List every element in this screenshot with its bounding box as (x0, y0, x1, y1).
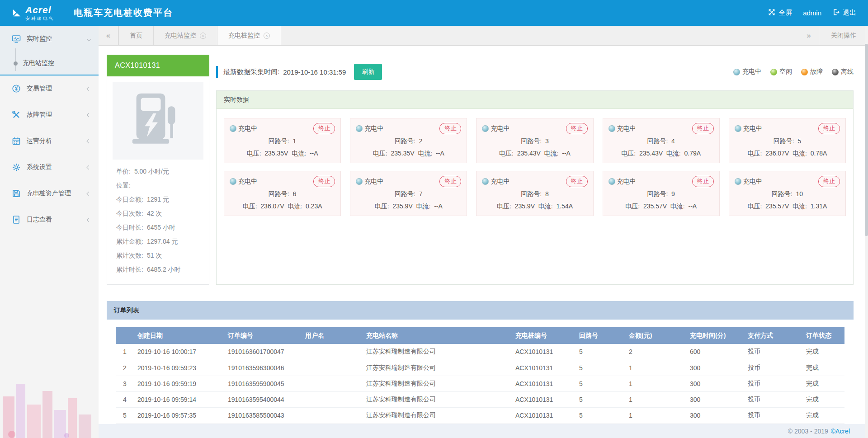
table-cell: 2 (625, 344, 686, 360)
table-cell: 江苏安科瑞制造有限公司 (363, 360, 512, 376)
terminate-button[interactable]: 终止 (818, 176, 840, 187)
table-cell: 1 (625, 391, 686, 407)
circuit-status: 充电中 (609, 125, 636, 133)
sidebar-item-label: 实时监控 (27, 35, 87, 43)
scrollbar-thumb[interactable] (865, 44, 868, 236)
table-row: 52019-10-16 09:57:351910163585500043江苏安科… (116, 407, 844, 423)
tabs-scroll-left-button[interactable]: « (99, 26, 118, 45)
orders-table-header-row: 创建日期订单编号用户名充电站名称充电桩编号回路号金额(元)充电时间(分)支付方式… (116, 327, 844, 344)
sidebar-item-label: 运营分析 (27, 137, 87, 145)
column-header: 金额(元) (625, 327, 686, 344)
table-cell: ACX1010131 (512, 344, 576, 360)
close-operations-button[interactable]: 关闭操作 (819, 26, 868, 45)
monitor-icon (12, 34, 21, 43)
table-cell: ACX1010131 (512, 376, 576, 391)
sidebar-item-label: 充电桩资产管理 (27, 189, 87, 198)
chevron-left-icon (87, 165, 91, 170)
close-tab-icon[interactable]: × (264, 33, 270, 39)
gear-icon (12, 163, 21, 172)
column-header: 支付方式 (744, 327, 802, 344)
copyright-text: © 2003 - 2019 (788, 428, 828, 435)
brand-name: Acrel (25, 5, 55, 15)
circuit-card: 充电中 终止 回路号: 1 电压: 235.35V 电流: --A (224, 118, 341, 163)
logout-button[interactable]: 退出 (832, 9, 856, 17)
table-cell (302, 407, 363, 423)
terminate-button[interactable]: 终止 (566, 176, 588, 187)
station-stat: 今日次数:42 次 (116, 210, 200, 218)
sidebar-item-fault-mgmt[interactable]: 故障管理 (0, 102, 99, 128)
charging-status-icon (609, 125, 615, 132)
charging-status-icon (609, 178, 615, 185)
table-cell: 投币 (744, 391, 802, 407)
brand-subtext: 安科瑞电气 (25, 16, 55, 21)
circuit-status: 充电中 (356, 125, 383, 133)
charging-status-icon (230, 178, 236, 185)
table-cell: 完成 (802, 344, 844, 360)
row-index: 2 (116, 360, 134, 376)
accent-bar (216, 66, 218, 78)
sidebar-item-pile-asset-mgmt[interactable]: 充电桩资产管理 (0, 180, 99, 207)
circuit-card: 充电中 终止 回路号: 8 电压: 235.9V 电流: 1.54A (476, 171, 593, 216)
terminate-button[interactable]: 终止 (566, 123, 588, 134)
charging-status-icon (230, 125, 236, 132)
table-cell: 2019-10-16 09:57:35 (134, 407, 224, 423)
circuit-meter: 电压: 235.9V 电流: 1.54A (482, 203, 587, 211)
tools-icon (12, 110, 21, 119)
circuit-number: 回路号: 10 (735, 190, 840, 198)
table-cell: 5 (576, 376, 625, 391)
acrel-logo-icon (12, 8, 22, 18)
table-cell: 2019-10-16 10:00:17 (134, 344, 224, 360)
row-index: 4 (116, 391, 134, 407)
chevron-left-icon (87, 217, 91, 222)
terminate-button[interactable]: 终止 (692, 176, 714, 187)
sidebar-item-log-view[interactable]: 日志查看 (0, 207, 99, 233)
table-cell: 300 (686, 407, 744, 423)
sidebar-item-operation-analysis[interactable]: 运营分析 (0, 128, 99, 154)
transaction-icon (12, 84, 21, 93)
tab-pile-monitor[interactable]: 充电桩监控× (217, 26, 281, 45)
sidebar-item-transaction-mgmt[interactable]: 交易管理 (0, 75, 99, 102)
table-cell: ACX1010131 (512, 360, 576, 376)
terminate-button[interactable]: 终止 (313, 176, 335, 187)
table-cell: 投币 (744, 407, 802, 423)
circuit-number: 回路号: 8 (482, 190, 587, 198)
table-cell: 完成 (802, 360, 844, 376)
terminate-button[interactable]: 终止 (313, 123, 335, 134)
vertical-scrollbar[interactable] (865, 26, 868, 438)
tab-label: 充电桩监控 (228, 32, 260, 40)
terminate-button[interactable]: 终止 (439, 176, 461, 187)
terminate-button[interactable]: 终止 (692, 123, 714, 134)
sidebar-subitem-label: 充电站监控 (23, 59, 99, 67)
station-panel: ACX1010131 (107, 55, 209, 285)
charging-status-icon (356, 125, 363, 132)
terminate-button[interactable]: 终止 (439, 123, 461, 134)
table-cell: 江苏安科瑞制造有限公司 (363, 376, 512, 391)
close-tab-icon[interactable]: × (200, 33, 206, 39)
refresh-button[interactable]: 刷新 (354, 64, 382, 80)
username[interactable]: admin (803, 9, 821, 17)
table-cell: 江苏安科瑞制造有限公司 (363, 407, 512, 423)
sidebar-item-system-settings[interactable]: 系统设置 (0, 154, 99, 180)
col-index (116, 327, 134, 344)
tab-label: 首页 (130, 32, 142, 40)
tabs-scroll-right-button[interactable]: » (799, 26, 819, 45)
tab-home[interactable]: 首页 (118, 26, 154, 45)
terminate-button[interactable]: 终止 (818, 123, 840, 134)
sidebar-item-label: 交易管理 (27, 85, 87, 93)
circuit-number: 回路号: 9 (609, 190, 714, 198)
brand-link[interactable]: ©Acrel (831, 428, 850, 435)
circuit-meter: 电压: 235.35V 电流: --A (356, 150, 461, 158)
sidebar-subitem-station-monitor[interactable]: 充电站监控 (0, 52, 99, 75)
table-row: 32019-10-16 09:59:191910163595900045江苏安科… (116, 376, 844, 391)
table-cell (302, 344, 363, 360)
table-cell: 1910163585500043 (224, 407, 302, 423)
fullscreen-button[interactable]: 全屏 (768, 9, 792, 17)
table-cell: 1910163601700047 (224, 344, 302, 360)
circuit-meter: 电压: 236.07V 电流: 0.23A (230, 203, 335, 211)
table-cell: 5 (576, 407, 625, 423)
station-stat: 位置: (116, 182, 200, 190)
sidebar-item-realtime-monitor[interactable]: 实时监控 (0, 26, 99, 52)
charging-status-icon (482, 178, 489, 185)
table-cell: 完成 (802, 391, 844, 407)
tab-station-monitor[interactable]: 充电站监控× (154, 26, 217, 45)
